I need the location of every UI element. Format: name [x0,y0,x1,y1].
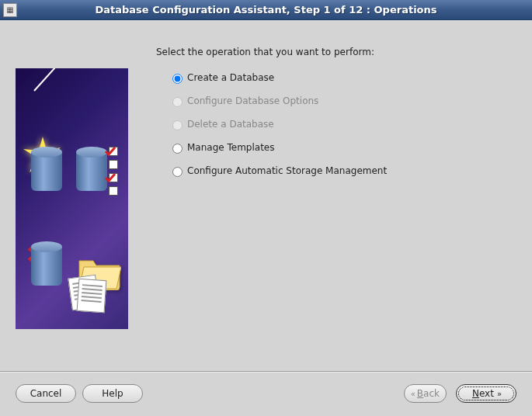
window-title: Database Configuration Assistant, Step 1… [95,4,436,16]
button-label: Help [102,388,123,399]
radio-input-asm[interactable] [172,167,183,177]
chevron-right-icon: » [497,390,500,398]
button-label: Next [472,388,494,399]
cancel-button[interactable]: Cancel [16,384,76,403]
chevron-left-icon: « [411,390,414,398]
radio-input-create[interactable] [172,74,183,84]
wizard-side-image: ✖ [16,68,128,329]
document-icon [77,279,107,313]
content-area: ✖ Select the operation that you want to … [0,20,532,371]
main-panel: Select the operation that you want to pe… [128,20,532,371]
button-bar: Cancel Help « Back Next » [0,371,532,414]
window-icon: ▦ [3,3,17,17]
titlebar: ▦ Database Configuration Assistant, Step… [0,0,532,20]
back-button: « Back [404,384,447,403]
radio-configure-asm[interactable]: Configure Automatic Storage Management [169,165,516,177]
help-button[interactable]: Help [82,384,143,403]
radio-label: Create a Database [187,72,274,83]
radio-configure-database-options: Configure Database Options [169,95,516,107]
database-icon [31,152,62,191]
radio-input-delete [172,120,183,130]
checklist-icon [109,146,118,199]
radio-label: Manage Templates [187,142,275,153]
back-segment: « Back [405,387,446,400]
radio-input-config [172,97,183,107]
radio-delete-database: Delete a Database [169,118,516,130]
button-label: Back [417,388,440,399]
radio-create-database[interactable]: Create a Database [169,71,516,84]
database-icon [31,247,62,286]
next-button[interactable]: Next » [456,384,516,403]
button-label: Cancel [30,388,62,399]
wand-icon [33,68,61,92]
operation-prompt: Select the operation that you want to pe… [156,47,516,57]
radio-label: Configure Automatic Storage Management [187,165,387,176]
operation-radio-group: Create a Database Configure Database Opt… [156,71,516,177]
radio-manage-templates[interactable]: Manage Templates [169,141,516,154]
database-icon [76,152,107,191]
radio-input-manage[interactable] [172,144,183,154]
radio-label: Configure Database Options [187,95,318,106]
radio-label: Delete a Database [187,119,274,130]
